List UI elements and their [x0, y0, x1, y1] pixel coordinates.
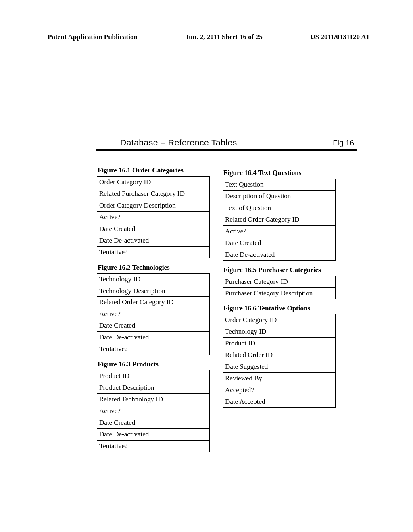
db-table: Product ID Product Description Related T…: [97, 370, 210, 452]
field-cell: Date De-activated: [97, 428, 210, 440]
table-row: Related Purchaser Category ID: [97, 188, 210, 200]
table-text-questions: Figure 16.4 Text Questions Text Question…: [223, 168, 336, 261]
field-cell: Date De-activated: [97, 235, 210, 246]
header-left: Patent Application Publication: [48, 33, 138, 41]
field-cell: Description of Question: [223, 190, 336, 202]
table-row: Date Accepted: [223, 396, 336, 408]
db-table: Order Category ID Related Purchaser Cate…: [97, 176, 210, 258]
table-row: Related Order Category ID: [97, 297, 210, 308]
table-row: Date De-activated: [223, 249, 336, 260]
table-row: Product ID: [223, 338, 336, 349]
table-row: Active?: [223, 225, 336, 237]
field-cell: Active?: [223, 225, 336, 237]
right-column: Figure 16.4 Text Questions Text Question…: [223, 168, 336, 456]
db-table: Purchaser Category ID Purchaser Category…: [223, 276, 336, 299]
table-row: Accepted?: [223, 384, 336, 396]
table-row: Tentative?: [97, 440, 210, 452]
left-column: Figure 16.1 Order Categories Order Categ…: [97, 165, 210, 456]
field-cell: Technology ID: [223, 326, 336, 338]
table-order-categories: Figure 16.1 Order Categories Order Categ…: [97, 165, 210, 258]
table-row: Technology Description: [97, 285, 210, 297]
field-cell: Date Created: [223, 237, 336, 249]
field-cell: Date Suggested: [223, 361, 336, 373]
header-mid: Jun. 2, 2011 Sheet 16 of 25: [186, 33, 263, 41]
field-cell: Technology Description: [97, 285, 210, 297]
table-tentative-options: Figure 16.6 Tentative Options Order Cate…: [223, 303, 336, 408]
field-cell: Tentative?: [97, 343, 210, 355]
patent-page: Patent Application Publication Jun. 2, 2…: [0, 0, 413, 480]
table-row: Date Created: [97, 320, 210, 332]
field-cell: Related Order ID: [223, 349, 336, 361]
table-row: Technology ID: [223, 326, 336, 338]
table-row: Order Category ID: [223, 314, 336, 326]
field-cell: Date Created: [97, 417, 210, 428]
field-cell: Active?: [97, 405, 210, 417]
db-table: Text Question Description of Question Te…: [223, 179, 336, 261]
table-caption: Figure 16.2 Technologies: [97, 262, 210, 273]
table-technologies: Figure 16.2 Technologies Technology ID T…: [97, 262, 210, 355]
db-table: Technology ID Technology Description Rel…: [97, 273, 210, 355]
table-caption: Figure 16.3 Products: [97, 359, 210, 370]
field-cell: Date Accepted: [223, 396, 336, 408]
field-cell: Date De-activated: [223, 249, 336, 260]
tables-columns: Figure 16.1 Order Categories Order Categ…: [97, 165, 369, 456]
table-row: Date Created: [97, 223, 210, 235]
field-cell: Date Created: [97, 223, 210, 235]
table-row: Tentative?: [97, 343, 210, 355]
field-cell: Related Order Category ID: [97, 297, 210, 308]
table-row: Date Suggested: [223, 361, 336, 373]
table-row: Active?: [97, 405, 210, 417]
field-cell: Active?: [97, 211, 210, 223]
table-row: Related Order ID: [223, 349, 336, 361]
table-products: Figure 16.3 Products Product ID Product …: [97, 359, 210, 452]
table-row: Date De-activated: [97, 235, 210, 246]
field-cell: Product Description: [97, 382, 210, 394]
field-cell: Date Created: [97, 320, 210, 332]
table-row: Purchaser Category ID: [223, 276, 336, 287]
table-row: Date Created: [97, 417, 210, 428]
field-cell: Text of Question: [223, 202, 336, 214]
table-row: Date De-activated: [97, 428, 210, 440]
field-cell: Related Order Category ID: [223, 214, 336, 225]
field-cell: Accepted?: [223, 384, 336, 396]
table-row: Order Category Description: [97, 200, 210, 211]
table-row: Product ID: [97, 370, 210, 382]
field-cell: Tentative?: [97, 440, 210, 452]
table-row: Reviewed By: [223, 373, 336, 384]
table-row: Related Technology ID: [97, 394, 210, 405]
table-caption: Figure 16.1 Order Categories: [97, 165, 210, 176]
field-cell: Product ID: [97, 370, 210, 382]
table-row: Text Question: [223, 179, 336, 191]
table-row: Active?: [97, 308, 210, 320]
header-right: US 2011/0131120 A1: [311, 33, 369, 41]
field-cell: Order Category ID: [223, 314, 336, 326]
field-cell: Related Technology ID: [97, 394, 210, 405]
figure-number-label: Fig.16: [333, 139, 354, 148]
table-row: Purchaser Category Description: [223, 287, 336, 299]
table-row: Technology ID: [97, 273, 210, 285]
field-cell: Order Category Description: [97, 200, 210, 211]
db-table: Order Category ID Technology ID Product …: [223, 314, 336, 408]
table-row: Order Category ID: [97, 177, 210, 188]
table-row: Description of Question: [223, 190, 336, 202]
field-cell: Active?: [97, 308, 210, 320]
page-header: Patent Application Publication Jun. 2, 2…: [48, 33, 369, 41]
field-cell: Reviewed By: [223, 373, 336, 384]
field-cell: Text Question: [223, 179, 336, 191]
field-cell: Technology ID: [97, 273, 210, 285]
table-row: Related Order Category ID: [223, 214, 336, 225]
field-cell: Related Purchaser Category ID: [97, 188, 210, 200]
table-row: Date De-activated: [97, 332, 210, 343]
table-caption: Figure 16.6 Tentative Options: [223, 303, 336, 314]
field-cell: Date De-activated: [97, 332, 210, 343]
figure-title-bar: Database – Reference Tables Fig.16: [96, 138, 357, 151]
table-caption: Figure 16.4 Text Questions: [223, 168, 336, 179]
field-cell: Purchaser Category Description: [223, 287, 336, 299]
table-purchaser-categories: Figure 16.5 Purchaser Categories Purchas…: [223, 265, 336, 299]
field-cell: Tentative?: [97, 246, 210, 258]
table-caption: Figure 16.5 Purchaser Categories: [223, 265, 336, 276]
figure-main-title: Database – Reference Tables: [120, 138, 237, 148]
field-cell: Product ID: [223, 338, 336, 349]
table-row: Active?: [97, 211, 210, 223]
field-cell: Order Category ID: [97, 177, 210, 188]
